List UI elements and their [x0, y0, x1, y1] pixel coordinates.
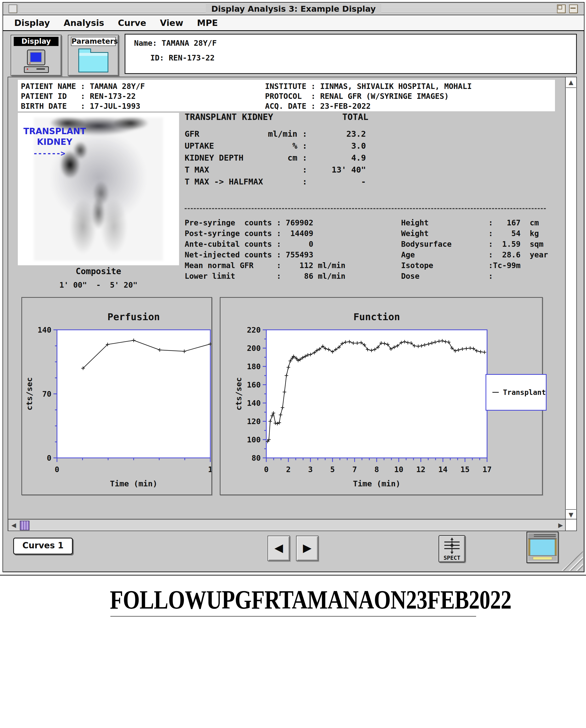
- svg-text:14: 14: [438, 465, 447, 474]
- biometric-row: Dose:: [401, 271, 553, 282]
- svg-text:0: 0: [55, 465, 59, 474]
- biometric-row: Age:28.6year: [401, 250, 553, 260]
- counts-row: Ante-cubital counts:0: [185, 239, 345, 250]
- scroll-down-icon[interactable]: ▼: [566, 509, 576, 520]
- svg-text:3: 3: [308, 465, 313, 474]
- stats-row: GFRml/min :23.2: [185, 128, 366, 140]
- svg-text:80: 80: [251, 453, 261, 463]
- patient-row: INSTITUTE: IINMAS, SHIVALIK HOSPITAL, MO…: [265, 81, 472, 91]
- menu-curve[interactable]: Curve: [118, 18, 146, 28]
- svg-text:200: 200: [247, 344, 261, 353]
- menu-view[interactable]: View: [160, 18, 184, 28]
- menu-mpe[interactable]: MPE: [197, 18, 218, 28]
- svg-text:70: 70: [42, 390, 51, 398]
- scrollbar-thumb[interactable]: [20, 521, 29, 530]
- legend-marker-icon: [492, 388, 499, 397]
- title-bar[interactable]: Display Analysis 3: Example Display: [3, 3, 584, 15]
- counts-row: Pre-syringe counts:769902: [185, 217, 345, 228]
- svg-text:220: 220: [247, 326, 261, 334]
- report-title: FOLLOWUPGFRTAMANAON23FEB2022: [110, 584, 511, 615]
- biometric-row: Height:167cm: [401, 217, 553, 228]
- patient-name-line: Name: TAMANA 28Y/F: [134, 38, 217, 48]
- stats-row: KIDNEY DEPTHcm :4.9: [185, 152, 366, 164]
- folder-icon: [78, 52, 108, 72]
- menu-analysis[interactable]: Analysis: [64, 18, 104, 28]
- collapse-box-icon[interactable]: [569, 5, 578, 13]
- report-title-underline: [111, 616, 476, 617]
- previous-page-button[interactable]: ◀: [268, 536, 290, 561]
- legend-label: Transplant: [503, 388, 546, 397]
- svg-text:7: 7: [352, 465, 357, 474]
- stats-total-column-header: TOTAL: [327, 112, 383, 122]
- scintigram-image: TRANSPLANT KIDNEY ------>: [18, 113, 179, 265]
- zoom-box-icon[interactable]: [557, 5, 566, 13]
- svg-text:Time (min): Time (min): [353, 479, 400, 488]
- patient-id-panel: Name: TAMANA 28Y/F ID: REN-173-22: [125, 34, 577, 74]
- counts-row: Mean normal GFR:112 ml/min: [185, 260, 345, 271]
- stats-row: UPTAKE% :3.0: [185, 140, 366, 152]
- patient-row: BIRTH DATE: 17-JUL-1993: [21, 101, 145, 111]
- svg-text:10: 10: [394, 465, 404, 474]
- biometric-row: Bodysurface:1.59sqm: [401, 239, 553, 250]
- stats-row: T MAX :13' 40": [185, 164, 366, 176]
- menu-display[interactable]: Display: [14, 18, 50, 28]
- menu-bar: Display Analysis Curve View MPE: [3, 15, 584, 31]
- svg-text:180: 180: [247, 362, 261, 371]
- curves-button[interactable]: Curves 1: [13, 538, 73, 554]
- display-button[interactable]: Display: [11, 35, 62, 76]
- dashed-separator: [185, 208, 546, 209]
- spect-button-label: SPECT: [439, 555, 465, 561]
- svg-text:17: 17: [483, 465, 492, 474]
- svg-text:2: 2: [286, 465, 291, 474]
- spect-icon: [442, 538, 462, 554]
- svg-text:140: 140: [247, 399, 261, 408]
- svg-text:1: 1: [208, 465, 211, 474]
- composite-time-range: 1' 00" - 5' 20": [18, 281, 179, 289]
- svg-text:8: 8: [374, 465, 379, 474]
- patient-row: ACQ. DATE: 23-FEB-2022: [265, 101, 472, 111]
- spect-button[interactable]: SPECT: [438, 535, 465, 563]
- composite-caption: Composite: [18, 266, 179, 276]
- patient-row: PATIENT ID: REN-173-22: [21, 91, 145, 101]
- parameters-button[interactable]: Parameters: [68, 35, 119, 76]
- counts-row: Post-syringe counts:14409: [185, 228, 345, 239]
- svg-text:12: 12: [416, 465, 425, 474]
- desktop: Display Analysis 3: Example Display Disp…: [0, 0, 586, 728]
- stats-header: TRANSPLANT KIDNEY: [185, 112, 273, 122]
- svg-text:5: 5: [330, 465, 335, 474]
- monitor-icon: [528, 534, 557, 539]
- biometric-row: Isotope:Tc-99m: [401, 260, 553, 271]
- patient-row: PATIENT NAME: TAMANA 28Y/F: [21, 81, 145, 91]
- patient-id-line: ID: REN-173-22: [150, 53, 215, 62]
- vertical-scrollbar[interactable]: ▲ ▼: [565, 77, 576, 520]
- counts-row: Net-injected counts:755493: [185, 250, 345, 260]
- patient-row: PROTOCOL: RENAL GFR (W/SYRINGE IMAGES): [265, 91, 472, 101]
- arrow-annotation: ------>: [33, 149, 65, 158]
- horizontal-scrollbar[interactable]: ◀ ▶: [8, 519, 566, 530]
- scroll-right-icon[interactable]: ▶: [556, 520, 566, 530]
- svg-text:cts/sec: cts/sec: [234, 378, 243, 411]
- app-window: Display Analysis 3: Example Display Disp…: [3, 2, 584, 572]
- resize-grip[interactable]: [559, 548, 583, 571]
- counts-row: Lower limit:86 ml/min: [185, 271, 345, 282]
- display-mode-button[interactable]: [527, 531, 559, 563]
- scroll-left-icon[interactable]: ◀: [9, 520, 19, 530]
- scroll-up-icon[interactable]: ▲: [566, 77, 576, 88]
- svg-text:160: 160: [247, 381, 261, 389]
- report-canvas: PATIENT NAME: TAMANA 28Y/F PATIENT ID: R…: [8, 77, 577, 531]
- parameters-button-label: Parameters: [71, 37, 116, 46]
- svg-text:Time (min): Time (min): [110, 479, 157, 488]
- svg-text:0: 0: [47, 453, 51, 463]
- svg-text:120: 120: [247, 417, 261, 426]
- svg-text:Perfusion: Perfusion: [107, 311, 160, 322]
- toolbar: Display Parameters Name: TAMANA 28Y/F ID…: [3, 32, 584, 78]
- window-title: Display Analysis 3: Example Display: [3, 4, 584, 14]
- patient-info-bar: PATIENT NAME: TAMANA 28Y/F PATIENT ID: R…: [18, 80, 555, 111]
- stats-row: T MAX -> HALFMAX :-: [185, 176, 366, 188]
- svg-text:cts/sec: cts/sec: [25, 378, 34, 411]
- computer-icon: [24, 50, 48, 73]
- display-button-label: Display: [14, 37, 58, 46]
- svg-text:15: 15: [460, 465, 469, 474]
- svg-text:140: 140: [38, 326, 51, 334]
- next-page-button[interactable]: ▶: [296, 536, 318, 561]
